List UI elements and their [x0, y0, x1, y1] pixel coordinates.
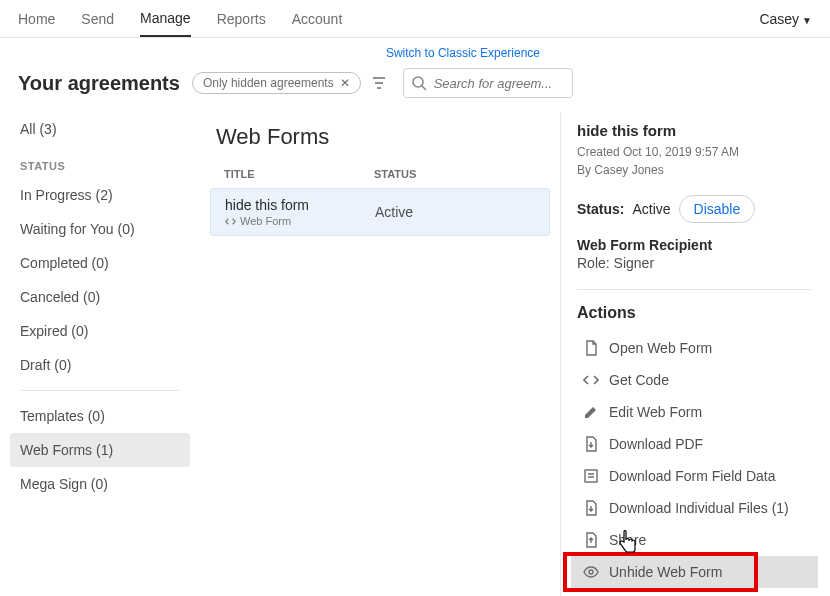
action-label: Download Individual Files (1) [609, 500, 789, 516]
code-icon [583, 372, 599, 388]
details-separator [577, 289, 812, 290]
nav-account[interactable]: Account [292, 0, 343, 37]
files-icon [583, 500, 599, 516]
details-title: hide this form [577, 122, 812, 139]
details-status-row: Status: Active Disable [577, 195, 812, 223]
switch-classic-link[interactable]: Switch to Classic Experience [386, 46, 540, 60]
main: All (3) STATUS In Progress (2) Waiting f… [0, 112, 830, 596]
filter-icon[interactable] [371, 75, 387, 91]
status-value: Active [632, 201, 670, 217]
sidebar: All (3) STATUS In Progress (2) Waiting f… [0, 112, 200, 596]
sidebar-completed[interactable]: Completed (0) [10, 246, 190, 280]
nav-manage[interactable]: Manage [140, 0, 191, 37]
action-download-pdf[interactable]: Download PDF [577, 428, 812, 460]
center-panel: Web Forms TITLE STATUS hide this form We… [200, 112, 560, 596]
share-icon [583, 532, 599, 548]
sidebar-canceled[interactable]: Canceled (0) [10, 280, 190, 314]
action-get-code[interactable]: Get Code [577, 364, 812, 396]
action-download-individual-files[interactable]: Download Individual Files (1) [577, 492, 812, 524]
sidebar-templates[interactable]: Templates (0) [10, 399, 190, 433]
eye-icon [583, 564, 599, 580]
action-open-web-form[interactable]: Open Web Form [577, 332, 812, 364]
page-title: Your agreements [18, 72, 180, 95]
table-row[interactable]: hide this form Web Form Active [210, 188, 550, 236]
sidebar-mega-sign[interactable]: Mega Sign (0) [10, 467, 190, 501]
nav-home[interactable]: Home [18, 0, 55, 37]
status-label: Status: [577, 201, 624, 217]
action-label: Download Form Field Data [609, 468, 776, 484]
close-icon[interactable]: ✕ [340, 76, 350, 90]
switch-classic-row: Switch to Classic Experience [220, 38, 560, 60]
search-wrap [403, 68, 573, 98]
sidebar-waiting[interactable]: Waiting for You (0) [10, 212, 190, 246]
sidebar-separator [20, 390, 180, 391]
actions-block: Actions Open Web Form Get Code Edit Web … [577, 304, 812, 596]
recipient-block: Web Form Recipient Role: Signer [577, 237, 812, 271]
filter-chip[interactable]: Only hidden agreements ✕ [192, 72, 361, 94]
sidebar-in-progress[interactable]: In Progress (2) [10, 178, 190, 212]
chip-label: Only hidden agreements [203, 76, 334, 90]
center-heading: Web Forms [216, 124, 550, 150]
row-subtype: Web Form [225, 215, 375, 227]
search-icon [411, 75, 427, 91]
details-panel: hide this form Created Oct 10, 2019 9:57… [560, 112, 830, 596]
recipient-role: Role: Signer [577, 255, 812, 271]
download-pdf-icon [583, 436, 599, 452]
row-status: Active [375, 204, 413, 220]
action-share[interactable]: Share [577, 524, 812, 556]
header-row: Your agreements Only hidden agreements ✕ [0, 60, 830, 112]
action-label: Edit Web Form [609, 404, 702, 420]
row-name: hide this form [225, 197, 375, 213]
table-header: TITLE STATUS [210, 168, 550, 188]
disable-button[interactable]: Disable [679, 195, 756, 223]
action-notes[interactable]: Notes [577, 588, 812, 596]
details-created: Created Oct 10, 2019 9:57 AM [577, 143, 812, 161]
action-label: Download PDF [609, 436, 703, 452]
download-data-icon [583, 468, 599, 484]
svg-point-2 [589, 570, 593, 574]
details-by: By Casey Jones [577, 161, 812, 179]
document-icon [583, 340, 599, 356]
action-label: Get Code [609, 372, 669, 388]
top-nav: Home Send Manage Reports Account Casey▼ [0, 0, 830, 38]
search-input[interactable] [403, 68, 573, 98]
action-unhide-web-form[interactable]: Unhide Web Form [571, 556, 818, 588]
sidebar-all[interactable]: All (3) [10, 112, 190, 146]
sidebar-web-forms[interactable]: Web Forms (1) [10, 433, 190, 467]
col-status: STATUS [374, 168, 416, 180]
user-name: Casey [759, 11, 799, 27]
recipient-label: Web Form Recipient [577, 237, 812, 253]
nav-reports[interactable]: Reports [217, 0, 266, 37]
sidebar-expired[interactable]: Expired (0) [10, 314, 190, 348]
chevron-down-icon: ▼ [802, 15, 812, 26]
svg-rect-1 [585, 470, 597, 482]
sidebar-heading-status: STATUS [10, 146, 190, 178]
sidebar-draft[interactable]: Draft (0) [10, 348, 190, 382]
pencil-icon [583, 404, 599, 420]
col-title: TITLE [224, 168, 374, 180]
nav-send[interactable]: Send [81, 0, 114, 37]
svg-point-0 [413, 77, 423, 87]
action-edit-web-form[interactable]: Edit Web Form [577, 396, 812, 428]
code-icon [225, 216, 236, 227]
actions-heading: Actions [577, 304, 812, 322]
action-label: Unhide Web Form [609, 564, 722, 580]
action-download-form-field-data[interactable]: Download Form Field Data [577, 460, 812, 492]
action-label: Share [609, 532, 646, 548]
action-label: Open Web Form [609, 340, 712, 356]
user-menu[interactable]: Casey▼ [759, 11, 812, 27]
